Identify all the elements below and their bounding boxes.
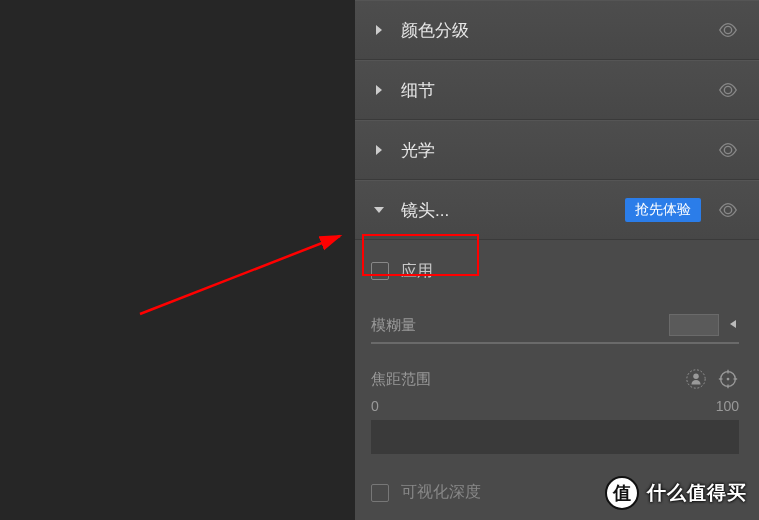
focus-range-label: 焦距范围: [371, 370, 675, 389]
apply-checkbox[interactable]: [371, 262, 389, 280]
panel-lens[interactable]: 镜头... 抢先体验: [355, 180, 759, 240]
panel-title: 细节: [401, 79, 717, 102]
watermark-logo: 值: [605, 476, 639, 510]
blur-slider-section: 模糊量: [371, 314, 739, 344]
panel-title: 光学: [401, 139, 717, 162]
range-max: 100: [716, 398, 739, 414]
eye-icon[interactable]: [717, 199, 739, 221]
eye-icon[interactable]: [717, 79, 739, 101]
panel-optics[interactable]: 光学: [355, 120, 759, 180]
target-icon[interactable]: [717, 368, 739, 390]
lens-panel-body: 应用 模糊量 焦距范围 0: [355, 240, 759, 503]
chevron-right-icon: [371, 22, 387, 38]
person-focus-icon[interactable]: [685, 368, 707, 390]
focus-range-section: 焦距范围 0 100: [371, 368, 739, 454]
apply-label: 应用: [401, 261, 433, 282]
blur-slider[interactable]: [371, 342, 739, 344]
eye-icon[interactable]: [717, 19, 739, 41]
early-access-badge: 抢先体验: [625, 198, 701, 222]
svg-point-1: [693, 374, 699, 380]
chevron-right-icon: [371, 82, 387, 98]
watermark-text: 什么值得买: [647, 480, 747, 506]
canvas-area: [0, 0, 355, 520]
panel-title: 镜头...: [401, 199, 625, 222]
blur-value-input[interactable]: [669, 314, 719, 336]
range-min: 0: [371, 398, 379, 414]
panel-color-grading[interactable]: 颜色分级: [355, 0, 759, 60]
panel-title: 颜色分级: [401, 19, 717, 42]
svg-point-7: [727, 378, 730, 381]
chevron-right-icon: [371, 142, 387, 158]
visualize-depth-label: 可视化深度: [401, 482, 481, 503]
triangle-left-icon[interactable]: [727, 317, 739, 333]
watermark: 值 什么值得买: [605, 476, 747, 510]
visualize-depth-checkbox[interactable]: [371, 484, 389, 502]
blur-label: 模糊量: [371, 316, 669, 335]
apply-row[interactable]: 应用: [371, 254, 739, 288]
properties-panel: 颜色分级 细节 光学 镜头... 抢先体验: [355, 0, 759, 520]
eye-icon[interactable]: [717, 139, 739, 161]
chevron-down-icon: [371, 202, 387, 218]
focus-range-bar[interactable]: [371, 420, 739, 454]
panel-detail[interactable]: 细节: [355, 60, 759, 120]
